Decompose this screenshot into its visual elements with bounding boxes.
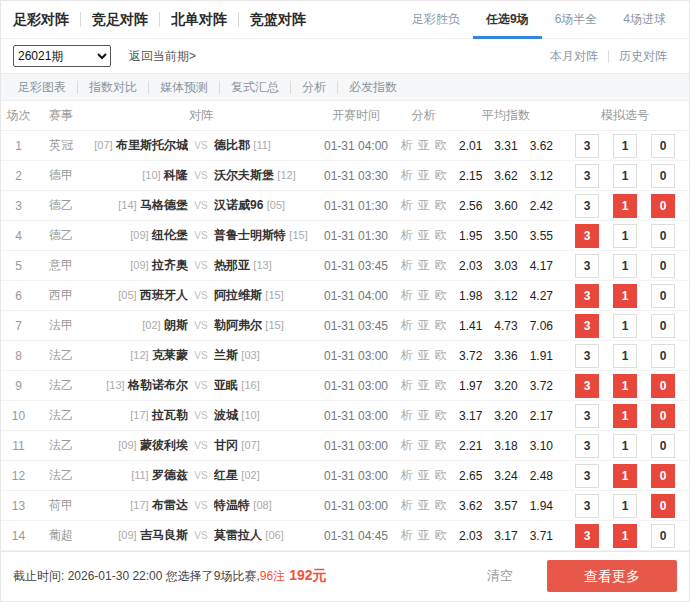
- asia-odds-link[interactable]: 亚: [418, 407, 430, 424]
- pick-button-1[interactable]: 1: [613, 314, 637, 338]
- pick-button-0[interactable]: 0: [651, 374, 675, 398]
- analysis-link[interactable]: 析: [401, 137, 413, 154]
- analysis-link[interactable]: 析: [401, 197, 413, 214]
- pick-button-3[interactable]: 3: [575, 434, 599, 458]
- pick-button-0[interactable]: 0: [651, 464, 675, 488]
- main-nav-item[interactable]: 竞足对阵: [80, 12, 159, 27]
- pick-button-1[interactable]: 1: [613, 224, 637, 248]
- europe-odds-link[interactable]: 欧: [435, 437, 447, 454]
- back-to-current-link[interactable]: 返回当前期>: [129, 48, 196, 65]
- europe-odds-link[interactable]: 欧: [435, 167, 447, 184]
- asia-odds-link[interactable]: 亚: [418, 317, 430, 334]
- pick-button-1[interactable]: 1: [613, 344, 637, 368]
- pick-button-1[interactable]: 1: [613, 134, 637, 158]
- pick-button-0[interactable]: 0: [651, 404, 675, 428]
- pick-button-3[interactable]: 3: [575, 314, 599, 338]
- pick-button-3[interactable]: 3: [575, 224, 599, 248]
- asia-odds-link[interactable]: 亚: [418, 497, 430, 514]
- pick-button-3[interactable]: 3: [575, 164, 599, 188]
- sub-tab[interactable]: 指数对比: [77, 81, 148, 94]
- analysis-link[interactable]: 析: [401, 467, 413, 484]
- pick-button-0[interactable]: 0: [651, 134, 675, 158]
- pick-button-1[interactable]: 1: [613, 494, 637, 518]
- pick-button-1[interactable]: 1: [613, 374, 637, 398]
- sub-tab[interactable]: 分析: [290, 81, 337, 94]
- pick-button-1[interactable]: 1: [613, 524, 637, 548]
- pick-button-0[interactable]: 0: [651, 524, 675, 548]
- europe-odds-link[interactable]: 欧: [435, 137, 447, 154]
- sub-tab[interactable]: 必发指数: [337, 81, 408, 94]
- europe-odds-link[interactable]: 欧: [435, 227, 447, 244]
- europe-odds-link[interactable]: 欧: [435, 287, 447, 304]
- pick-button-3[interactable]: 3: [575, 404, 599, 428]
- europe-odds-link[interactable]: 欧: [435, 197, 447, 214]
- pick-button-1[interactable]: 1: [613, 284, 637, 308]
- play-type-tab[interactable]: 6场半全: [542, 1, 611, 39]
- pick-button-0[interactable]: 0: [651, 194, 675, 218]
- pick-button-3[interactable]: 3: [575, 284, 599, 308]
- sub-tab[interactable]: 足彩图表: [7, 81, 77, 94]
- analysis-link[interactable]: 析: [401, 227, 413, 244]
- analysis-link[interactable]: 析: [401, 287, 413, 304]
- analysis-link[interactable]: 析: [401, 317, 413, 334]
- sub-tab[interactable]: 复式汇总: [219, 81, 290, 94]
- analysis-link[interactable]: 析: [401, 347, 413, 364]
- europe-odds-link[interactable]: 欧: [435, 407, 447, 424]
- asia-odds-link[interactable]: 亚: [418, 287, 430, 304]
- europe-odds-link[interactable]: 欧: [435, 377, 447, 394]
- pick-button-3[interactable]: 3: [575, 194, 599, 218]
- asia-odds-link[interactable]: 亚: [418, 257, 430, 274]
- asia-odds-link[interactable]: 亚: [418, 137, 430, 154]
- pick-button-1[interactable]: 1: [613, 404, 637, 428]
- view-more-button[interactable]: 查看更多: [547, 560, 677, 592]
- analysis-link[interactable]: 析: [401, 257, 413, 274]
- europe-odds-link[interactable]: 欧: [435, 467, 447, 484]
- analysis-link[interactable]: 析: [401, 497, 413, 514]
- europe-odds-link[interactable]: 欧: [435, 257, 447, 274]
- period-link[interactable]: 历史对阵: [608, 50, 677, 63]
- period-select[interactable]: 26021期: [13, 45, 111, 67]
- europe-odds-link[interactable]: 欧: [435, 317, 447, 334]
- play-type-tab[interactable]: 任选9场: [473, 1, 542, 39]
- asia-odds-link[interactable]: 亚: [418, 377, 430, 394]
- pick-button-3[interactable]: 3: [575, 344, 599, 368]
- pick-button-1[interactable]: 1: [613, 434, 637, 458]
- play-type-tab[interactable]: 4场进球: [610, 1, 679, 39]
- asia-odds-link[interactable]: 亚: [418, 167, 430, 184]
- main-nav-item[interactable]: 足彩对阵: [13, 12, 80, 27]
- pick-button-3[interactable]: 3: [575, 134, 599, 158]
- play-type-tab[interactable]: 足彩胜负: [399, 1, 473, 39]
- analysis-link[interactable]: 析: [401, 437, 413, 454]
- europe-odds-link[interactable]: 欧: [435, 347, 447, 364]
- asia-odds-link[interactable]: 亚: [418, 227, 430, 244]
- asia-odds-link[interactable]: 亚: [418, 527, 430, 544]
- pick-button-1[interactable]: 1: [613, 194, 637, 218]
- pick-button-0[interactable]: 0: [651, 314, 675, 338]
- asia-odds-link[interactable]: 亚: [418, 347, 430, 364]
- pick-button-3[interactable]: 3: [575, 374, 599, 398]
- period-link[interactable]: 本月对阵: [540, 50, 608, 63]
- pick-button-0[interactable]: 0: [651, 494, 675, 518]
- pick-button-1[interactable]: 1: [613, 164, 637, 188]
- asia-odds-link[interactable]: 亚: [418, 197, 430, 214]
- analysis-link[interactable]: 析: [401, 377, 413, 394]
- pick-button-0[interactable]: 0: [651, 254, 675, 278]
- main-nav-item[interactable]: 北单对阵: [159, 12, 238, 27]
- pick-button-3[interactable]: 3: [575, 254, 599, 278]
- pick-button-0[interactable]: 0: [651, 224, 675, 248]
- pick-button-0[interactable]: 0: [651, 344, 675, 368]
- pick-button-1[interactable]: 1: [613, 254, 637, 278]
- asia-odds-link[interactable]: 亚: [418, 437, 430, 454]
- pick-button-1[interactable]: 1: [613, 464, 637, 488]
- main-nav-item[interactable]: 竞篮对阵: [238, 12, 317, 27]
- pick-button-3[interactable]: 3: [575, 524, 599, 548]
- asia-odds-link[interactable]: 亚: [418, 467, 430, 484]
- sub-tab[interactable]: 媒体预测: [148, 81, 219, 94]
- analysis-link[interactable]: 析: [401, 167, 413, 184]
- pick-button-0[interactable]: 0: [651, 164, 675, 188]
- analysis-link[interactable]: 析: [401, 407, 413, 424]
- clear-button[interactable]: 清空: [487, 567, 513, 585]
- pick-button-3[interactable]: 3: [575, 494, 599, 518]
- europe-odds-link[interactable]: 欧: [435, 527, 447, 544]
- pick-button-0[interactable]: 0: [651, 434, 675, 458]
